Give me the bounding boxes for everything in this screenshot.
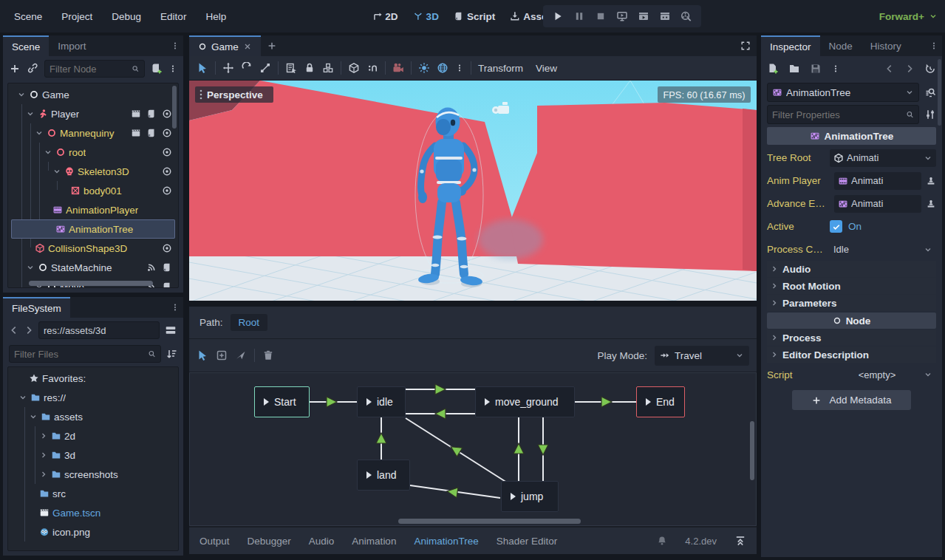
file-row-favorites[interactable]: Favorites: bbox=[8, 369, 178, 388]
chevron-down-icon[interactable] bbox=[17, 90, 26, 99]
switch-3d-button[interactable]: 3D bbox=[413, 11, 439, 22]
tab-inspector[interactable]: Inspector bbox=[761, 35, 820, 56]
file-row-game-tscn[interactable]: Game.tscn bbox=[8, 503, 178, 522]
pause-button[interactable] bbox=[573, 10, 585, 22]
group-editor-description[interactable]: Editor Description bbox=[767, 346, 936, 363]
switch-script-button[interactable]: Script bbox=[454, 11, 495, 22]
object-selector-dropdown[interactable]: AnimationTree bbox=[767, 83, 919, 102]
tab-history[interactable]: History bbox=[862, 35, 910, 56]
filter-node-field[interactable] bbox=[44, 60, 145, 78]
file-row-src[interactable]: src bbox=[8, 484, 178, 503]
file-row-screenshots[interactable]: screenshots bbox=[8, 465, 178, 484]
property-tools-button[interactable] bbox=[924, 109, 936, 120]
play-scene-button[interactable] bbox=[638, 10, 649, 22]
tree-row-skeleton3d[interactable]: Skeleton3D bbox=[8, 162, 178, 181]
section-header-node[interactable]: Node bbox=[767, 313, 936, 329]
sun-settings-button[interactable] bbox=[418, 62, 430, 74]
filter-node-input[interactable] bbox=[50, 64, 129, 75]
bottom-tab-output[interactable]: Output bbox=[199, 536, 230, 547]
visibility-eye-icon[interactable] bbox=[162, 243, 172, 253]
assign-node-picker-icon[interactable] bbox=[926, 176, 936, 186]
inspector-back-button[interactable] bbox=[884, 64, 895, 74]
load-resource-button[interactable] bbox=[788, 63, 800, 75]
state-node-jump[interactable]: jump bbox=[501, 481, 559, 512]
resource-options-icon[interactable] bbox=[831, 64, 840, 73]
filter-properties-input[interactable] bbox=[772, 109, 903, 120]
play-button[interactable] bbox=[552, 10, 564, 22]
graph-delete-button[interactable] bbox=[262, 349, 274, 361]
state-node-idle[interactable]: idle bbox=[357, 386, 406, 417]
bottom-tab-audio[interactable]: Audio bbox=[309, 536, 335, 547]
visibility-eye-icon[interactable] bbox=[162, 185, 172, 196]
graph-create-node-tool[interactable] bbox=[216, 349, 228, 361]
history-forward-button[interactable] bbox=[24, 325, 34, 335]
visibility-eye-icon[interactable] bbox=[162, 147, 172, 157]
menu-scene[interactable]: Scene bbox=[7, 8, 49, 25]
group-process[interactable]: Process bbox=[767, 329, 936, 346]
graph-connect-nodes-tool[interactable] bbox=[235, 349, 247, 361]
extra-options-icon[interactable] bbox=[168, 64, 177, 73]
dock-menu-icon[interactable] bbox=[167, 35, 183, 56]
skeleton-options-button[interactable] bbox=[366, 62, 378, 74]
tree-row-mannequiny[interactable]: Mannequiny bbox=[8, 123, 178, 143]
process-callback-dropdown[interactable]: Idle bbox=[830, 241, 936, 259]
graph-select-tool[interactable] bbox=[197, 349, 208, 361]
assign-node-picker-icon[interactable] bbox=[926, 199, 936, 209]
menu-project[interactable]: Project bbox=[55, 8, 99, 25]
scene-tree-horizontal-scrollbar[interactable] bbox=[29, 281, 153, 286]
play-state-icon[interactable] bbox=[511, 493, 516, 500]
split-mode-toggle[interactable] bbox=[164, 324, 177, 337]
rotate-tool-button[interactable] bbox=[241, 62, 253, 74]
list-select-tool-button[interactable] bbox=[285, 62, 297, 74]
perspective-label[interactable]: Perspective bbox=[195, 86, 273, 103]
renderer-selector[interactable]: Forward+ bbox=[879, 0, 938, 33]
bottom-tab-animation[interactable]: Animation bbox=[352, 536, 396, 547]
current-path-field[interactable] bbox=[38, 321, 160, 339]
tab-import[interactable]: Import bbox=[49, 35, 95, 56]
notifications-bell-icon[interactable] bbox=[657, 536, 667, 546]
play-state-icon[interactable] bbox=[264, 398, 269, 406]
close-icon[interactable] bbox=[243, 42, 252, 51]
play-state-icon[interactable] bbox=[485, 398, 490, 406]
tree-row-game[interactable]: Game bbox=[8, 85, 178, 104]
chevron-right-icon[interactable] bbox=[39, 470, 48, 479]
chevron-down-icon[interactable] bbox=[52, 167, 61, 176]
dock-menu-icon[interactable] bbox=[926, 35, 942, 56]
script-icon[interactable] bbox=[162, 281, 172, 288]
visibility-eye-icon[interactable] bbox=[162, 128, 172, 138]
file-row-2d[interactable]: 2d bbox=[8, 426, 178, 445]
stop-button[interactable] bbox=[595, 10, 607, 22]
filter-files-input[interactable] bbox=[14, 349, 145, 360]
active-checkbox[interactable] bbox=[830, 220, 842, 233]
tree-row-collisionshape3d[interactable]: CollisionShape3D bbox=[8, 239, 178, 258]
remote-debug-button[interactable] bbox=[616, 10, 628, 22]
file-row-assets[interactable]: assets bbox=[8, 407, 178, 426]
chevron-down-icon[interactable] bbox=[18, 393, 27, 402]
anim-player-value-field[interactable]: Animati bbox=[834, 172, 921, 190]
group-node-button[interactable] bbox=[322, 62, 334, 74]
scale-tool-button[interactable] bbox=[259, 62, 271, 74]
bottom-tab-shader-editor[interactable]: Shader Editor bbox=[497, 536, 558, 547]
group-root-motion[interactable]: Root Motion bbox=[767, 278, 936, 294]
tree-row-body001[interactable]: body001 bbox=[8, 181, 178, 200]
movie-icon[interactable] bbox=[131, 128, 141, 138]
history-back-button[interactable] bbox=[9, 325, 19, 335]
select-tool-button[interactable] bbox=[197, 62, 208, 74]
chevron-down-icon[interactable] bbox=[26, 109, 35, 118]
state-node-end[interactable]: End bbox=[636, 386, 685, 417]
save-resource-button[interactable] bbox=[810, 63, 822, 75]
tree-row-player[interactable]: Player bbox=[8, 104, 178, 123]
play-state-icon[interactable] bbox=[366, 471, 372, 479]
bottom-tab-animationtree[interactable]: AnimationTree bbox=[414, 536, 478, 547]
menu-editor[interactable]: Editor bbox=[154, 8, 193, 25]
movie-maker-button[interactable] bbox=[680, 10, 692, 22]
tab-node[interactable]: Node bbox=[820, 35, 862, 56]
edit-history-button[interactable] bbox=[924, 63, 936, 75]
open-docs-button[interactable] bbox=[924, 86, 936, 98]
3d-viewport[interactable]: Perspective FPS: 60 (16.67 ms) bbox=[189, 81, 757, 301]
switch-2d-button[interactable]: 2D bbox=[372, 11, 398, 22]
advance-expression-value-field[interactable]: Animati bbox=[834, 195, 921, 213]
play-mode-dropdown[interactable]: Travel bbox=[655, 346, 749, 366]
group-audio[interactable]: Audio bbox=[767, 261, 936, 277]
chevron-down-icon[interactable] bbox=[29, 412, 38, 421]
